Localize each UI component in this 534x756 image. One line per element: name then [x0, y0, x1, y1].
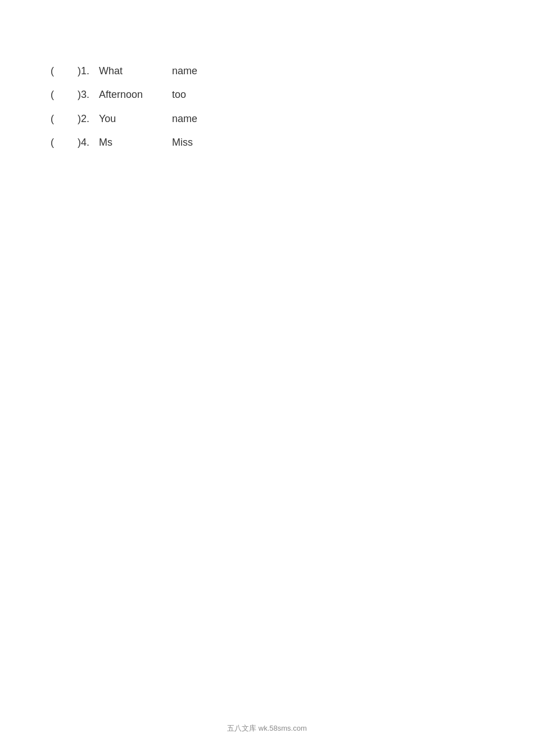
word-answer-0: name	[172, 62, 197, 80]
word-answer-1: too	[172, 86, 186, 104]
word-main-2: You	[99, 110, 172, 128]
paren-close-num-0: )1.	[78, 62, 99, 80]
question-row-0: ()1.Whatname	[51, 62, 534, 80]
word-main-3: Ms	[99, 133, 172, 151]
question-list: ()1.Whatname()3.Afternoontoo()2.Youname(…	[51, 62, 534, 152]
content-area: ()1.Whatname()3.Afternoontoo()2.Youname(…	[0, 0, 534, 152]
question-row-2: ()2.Youname	[51, 110, 534, 128]
word-answer-2: name	[172, 110, 197, 128]
paren-open-1: (	[51, 86, 62, 104]
paren-close-num-3: )4.	[78, 133, 99, 151]
paren-open-2: (	[51, 110, 62, 128]
word-main-1: Afternoon	[99, 86, 172, 104]
paren-open-0: (	[51, 62, 62, 80]
question-row-3: ()4.MsMiss	[51, 133, 534, 151]
footer-text: 五八文库 wk.58sms.com	[227, 724, 307, 732]
paren-close-num-1: )3.	[78, 86, 99, 104]
footer: 五八文库 wk.58sms.com	[227, 723, 307, 734]
question-row-1: ()3.Afternoontoo	[51, 86, 534, 104]
word-answer-3: Miss	[172, 133, 193, 151]
paren-open-3: (	[51, 133, 62, 151]
word-main-0: What	[99, 62, 172, 80]
paren-close-num-2: )2.	[78, 110, 99, 128]
